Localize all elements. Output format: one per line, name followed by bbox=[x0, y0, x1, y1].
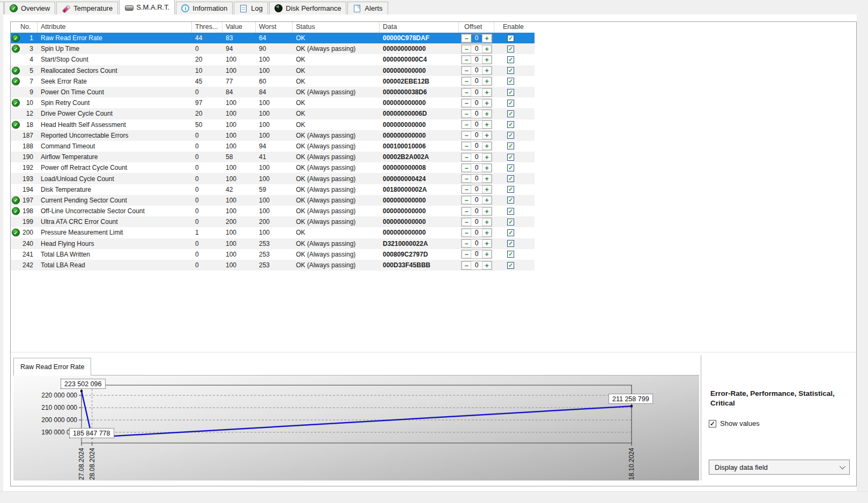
offset-decrement-button[interactable]: − bbox=[462, 121, 471, 129]
offset-decrement-button[interactable]: − bbox=[462, 45, 471, 53]
offset-value-field[interactable]: 0 bbox=[471, 66, 482, 74]
column-header-enable[interactable]: Enable bbox=[494, 22, 535, 33]
offset-decrement-button[interactable]: − bbox=[462, 66, 471, 74]
offset-increment-button[interactable]: + bbox=[482, 164, 492, 172]
tab-smart[interactable]: S.M.A.R.T. bbox=[119, 0, 175, 14]
offset-decrement-button[interactable]: − bbox=[462, 34, 471, 42]
offset-value-field[interactable]: 0 bbox=[471, 45, 482, 53]
offset-increment-button[interactable]: + bbox=[482, 45, 492, 53]
offset-increment-button[interactable]: + bbox=[482, 207, 492, 215]
enable-checkbox[interactable]: ✓ bbox=[507, 164, 514, 171]
column-header-offset[interactable]: Offset bbox=[459, 22, 494, 33]
offset-decrement-button[interactable]: − bbox=[462, 56, 471, 64]
enable-checkbox[interactable]: ✓ bbox=[507, 110, 514, 117]
table-row[interactable]: ✓ 4 Start/Stop Count 20 100 100 OK 00000… bbox=[11, 54, 535, 65]
table-row[interactable]: ✓ 190 Airflow Temperature 0 58 41 OK (Al… bbox=[11, 152, 535, 162]
enable-checkbox[interactable]: ✓ bbox=[507, 186, 514, 193]
offset-value-field[interactable]: 0 bbox=[471, 250, 482, 258]
tab-information[interactable]: i Information bbox=[176, 2, 233, 14]
offset-increment-button[interactable]: + bbox=[482, 99, 492, 107]
enable-checkbox[interactable]: ✓ bbox=[507, 208, 514, 215]
table-row[interactable]: ✓ 199 Ultra ATA CRC Error Count 0 200 20… bbox=[11, 216, 535, 227]
table-row[interactable]: ✓ 5 Reallocated Sectors Count 10 100 100… bbox=[11, 65, 535, 76]
enable-checkbox[interactable]: ✓ bbox=[507, 132, 514, 139]
enable-checkbox[interactable]: ✓ bbox=[507, 67, 514, 74]
offset-value-field[interactable]: 0 bbox=[471, 185, 482, 193]
offset-decrement-button[interactable]: − bbox=[462, 131, 471, 139]
table-row[interactable]: ✓ 192 Power off Retract Cycle Count 0 10… bbox=[11, 162, 535, 173]
offset-decrement-button[interactable]: − bbox=[462, 110, 471, 118]
offset-decrement-button[interactable]: − bbox=[462, 77, 471, 85]
table-row[interactable]: ✓ 12 Drive Power Cycle Count 20 100 100 … bbox=[11, 108, 535, 119]
column-header-no[interactable]: No. bbox=[11, 22, 38, 33]
offset-value-field[interactable]: 0 bbox=[471, 218, 482, 226]
offset-increment-button[interactable]: + bbox=[482, 196, 492, 204]
table-row[interactable]: ✓ 3 Spin Up Time 0 94 90 OK (Always pass… bbox=[11, 43, 535, 54]
enable-checkbox[interactable]: ✓ bbox=[507, 142, 514, 149]
offset-decrement-button[interactable]: − bbox=[462, 218, 471, 226]
offset-value-field[interactable]: 0 bbox=[471, 131, 482, 139]
table-row[interactable]: ✓ 198 Off-Line Uncorrectable Sector Coun… bbox=[11, 206, 535, 216]
table-row[interactable]: ✓ 194 Disk Temperature 0 42 59 OK (Alway… bbox=[11, 184, 535, 195]
offset-value-field[interactable]: 0 bbox=[471, 207, 482, 215]
offset-increment-button[interactable]: + bbox=[482, 66, 492, 74]
offset-decrement-button[interactable]: − bbox=[462, 99, 471, 107]
offset-value-field[interactable]: 0 bbox=[471, 121, 482, 129]
offset-decrement-button[interactable]: − bbox=[462, 207, 471, 215]
table-row[interactable]: ✓ 18 Head Health Self Assessment 50 100 … bbox=[11, 119, 535, 130]
display-data-field-dropdown[interactable]: Display data field bbox=[709, 460, 850, 475]
table-row[interactable]: ✓ 241 Total LBA Written 0 100 253 OK (Al… bbox=[11, 249, 535, 260]
offset-value-field[interactable]: 0 bbox=[471, 56, 482, 64]
enable-checkbox[interactable]: ✓ bbox=[507, 56, 514, 63]
offset-decrement-button[interactable]: − bbox=[462, 196, 471, 204]
enable-checkbox[interactable]: ✓ bbox=[507, 121, 514, 128]
tab-overview[interactable]: ✓ Overview bbox=[4, 2, 55, 14]
enable-checkbox[interactable]: ✓ bbox=[507, 78, 514, 85]
offset-decrement-button[interactable]: − bbox=[462, 229, 471, 237]
enable-checkbox[interactable]: ✓ bbox=[507, 251, 514, 258]
column-header-value[interactable]: Value bbox=[222, 22, 256, 33]
enable-checkbox[interactable]: ✓ bbox=[507, 197, 514, 204]
offset-increment-button[interactable]: + bbox=[482, 56, 492, 64]
offset-increment-button[interactable]: + bbox=[482, 229, 492, 237]
offset-value-field[interactable]: 0 bbox=[471, 239, 482, 247]
offset-decrement-button[interactable]: − bbox=[462, 153, 471, 161]
offset-decrement-button[interactable]: − bbox=[462, 164, 471, 172]
offset-increment-button[interactable]: + bbox=[482, 110, 492, 118]
table-row[interactable]: ✓ 193 Load/Unload Cycle Count 0 100 100 … bbox=[11, 173, 535, 184]
offset-value-field[interactable]: 0 bbox=[471, 99, 482, 107]
enable-checkbox[interactable]: ✓ bbox=[507, 89, 514, 96]
offset-value-field[interactable]: 0 bbox=[471, 88, 482, 96]
table-row[interactable]: ✓ 197 Current Pending Sector Count 0 100… bbox=[11, 195, 535, 206]
tab-temperature[interactable]: Temperature bbox=[56, 2, 118, 14]
table-row[interactable]: ✓ 7 Seek Error Rate 45 77 60 OK 000002EB… bbox=[11, 76, 535, 87]
show-values-option[interactable]: ✓ Show values bbox=[709, 419, 760, 427]
column-header-attribute[interactable]: Attribute bbox=[38, 22, 192, 33]
enable-checkbox[interactable]: ✓ bbox=[507, 154, 514, 161]
offset-value-field[interactable]: 0 bbox=[471, 77, 482, 85]
enable-checkbox[interactable]: ✓ bbox=[507, 100, 514, 107]
tab-log[interactable]: Log bbox=[234, 2, 268, 14]
offset-value-field[interactable]: 0 bbox=[471, 153, 482, 161]
enable-checkbox[interactable]: ✓ bbox=[507, 46, 514, 52]
column-header-data[interactable]: Data bbox=[380, 22, 459, 33]
offset-increment-button[interactable]: + bbox=[482, 77, 492, 85]
offset-decrement-button[interactable]: − bbox=[462, 142, 471, 150]
offset-increment-button[interactable]: + bbox=[482, 131, 492, 139]
offset-value-field[interactable]: 0 bbox=[471, 261, 482, 269]
enable-checkbox[interactable]: ✓ bbox=[507, 35, 514, 42]
enable-checkbox[interactable]: ✓ bbox=[507, 175, 514, 182]
offset-value-field[interactable]: 0 bbox=[471, 34, 482, 42]
tab-disk-performance[interactable]: Disk Performance bbox=[269, 2, 346, 14]
offset-value-field[interactable]: 0 bbox=[471, 164, 482, 172]
offset-increment-button[interactable]: + bbox=[482, 261, 492, 269]
offset-increment-button[interactable]: + bbox=[482, 34, 492, 42]
offset-decrement-button[interactable]: − bbox=[462, 250, 471, 258]
table-row[interactable]: ✓ 187 Reported Uncorrectable Errors 0 10… bbox=[11, 130, 535, 141]
enable-checkbox[interactable]: ✓ bbox=[507, 240, 514, 247]
offset-decrement-button[interactable]: − bbox=[462, 261, 471, 269]
table-row[interactable]: ✓ 242 Total LBA Read 0 100 253 OK (Alway… bbox=[11, 260, 535, 271]
table-row[interactable]: ✓ 188 Command Timeout 0 100 94 OK (Alway… bbox=[11, 141, 535, 152]
offset-increment-button[interactable]: + bbox=[482, 153, 492, 161]
offset-increment-button[interactable]: + bbox=[482, 142, 492, 150]
